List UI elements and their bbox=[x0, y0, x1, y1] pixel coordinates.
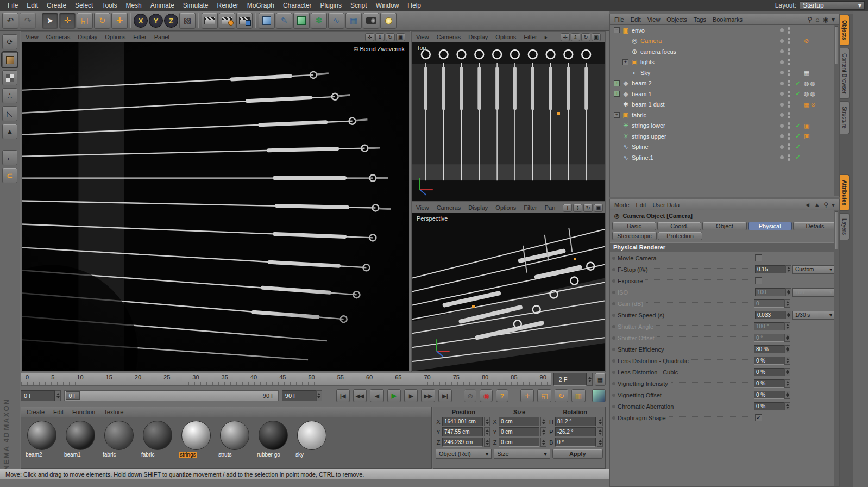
previous-key-button[interactable]: ◀◀ bbox=[353, 389, 367, 402]
menu-character[interactable]: Character bbox=[279, 1, 316, 10]
material-item[interactable]: beam1 bbox=[63, 421, 97, 458]
anim-dot[interactable] bbox=[612, 416, 615, 420]
rot-h-field[interactable]: 81.2 ° bbox=[555, 417, 596, 426]
current-frame-stepper[interactable] bbox=[55, 390, 61, 401]
go-to-end-button[interactable]: ▶| bbox=[438, 389, 452, 402]
material-thumbnail[interactable] bbox=[66, 421, 95, 450]
autokey-button[interactable]: ? bbox=[496, 389, 508, 402]
material-item[interactable]: beam2 bbox=[24, 421, 59, 458]
pos-z-field[interactable]: 246.239 cm bbox=[442, 438, 483, 447]
coord-mode-dropdown[interactable]: Object (Rel)▾ bbox=[436, 449, 492, 459]
shutter-preset-dropdown[interactable]: 1/30 s▾ bbox=[792, 311, 835, 320]
key-rotation-toggle[interactable]: ↻ bbox=[555, 389, 568, 402]
axis-mode-button[interactable]: ⌐ bbox=[2, 150, 17, 165]
move-tool-button[interactable]: ✛ bbox=[59, 13, 76, 29]
object-tags[interactable]: ⊘ bbox=[804, 38, 832, 45]
vp-menu-options[interactable]: Options bbox=[495, 204, 516, 211]
vp-maximize-icon[interactable]: ▣ bbox=[396, 33, 405, 41]
stepper[interactable] bbox=[484, 417, 490, 426]
key-position-toggle[interactable]: ✛ bbox=[520, 389, 534, 402]
anim-dot[interactable] bbox=[612, 394, 615, 397]
menu-create[interactable]: Create bbox=[42, 1, 71, 10]
next-frame-button[interactable]: ▶ bbox=[404, 389, 418, 402]
size-y-field[interactable]: 0 cm bbox=[499, 427, 539, 436]
dock-tab-structure[interactable]: Structure bbox=[840, 101, 850, 134]
stepper[interactable] bbox=[784, 357, 790, 365]
object-row-beam2[interactable]: + ◆ beam 2 ✓ ◍◍ bbox=[611, 78, 834, 89]
panel-options-icon[interactable]: ▾ bbox=[832, 201, 835, 209]
object-row-strings-lower[interactable]: ✳ strings lower ✓ ▣ bbox=[611, 121, 834, 132]
point-mode-button[interactable]: ∴ bbox=[2, 88, 17, 103]
vp-menu-filter[interactable]: Filter bbox=[524, 34, 537, 40]
vignetting-intensity-field[interactable]: 0 % bbox=[754, 379, 784, 388]
visibility-dots[interactable] bbox=[785, 70, 792, 76]
lock-z-button[interactable]: Z bbox=[164, 14, 178, 28]
om-menu-objects[interactable]: Objects bbox=[666, 16, 687, 23]
render-settings-button[interactable] bbox=[219, 13, 235, 29]
object-row-beam1[interactable]: + ◆ beam 1 ✓ ◍◍ bbox=[611, 89, 834, 99]
texture-tag-icons[interactable]: ▣ bbox=[804, 122, 832, 129]
vp-menu-view[interactable]: View bbox=[416, 204, 429, 211]
anim-dot[interactable] bbox=[612, 314, 615, 317]
material-item[interactable]: struts bbox=[217, 421, 251, 458]
vp-orbit-icon[interactable]: ↻ bbox=[581, 33, 590, 41]
iso-preset-dropdown[interactable]: 100▾ bbox=[792, 288, 835, 297]
anim-dot[interactable] bbox=[612, 348, 615, 351]
dock-tab-layers[interactable]: Layers bbox=[840, 213, 850, 240]
stepper[interactable] bbox=[785, 311, 791, 319]
menu-file[interactable]: File bbox=[3, 1, 22, 10]
object-row-sky[interactable]: ◐ Sky ▦ bbox=[611, 67, 834, 78]
rotate-tool-button[interactable]: ↻ bbox=[94, 13, 110, 29]
object-label[interactable]: strings lower bbox=[632, 122, 665, 129]
material-item[interactable]: rubber go bbox=[256, 421, 290, 458]
object-row-camera[interactable]: ◎ Camera ⊘ bbox=[611, 36, 834, 47]
tab-details[interactable]: Details bbox=[793, 222, 837, 230]
am-menu-userdata[interactable]: User Data bbox=[653, 202, 680, 208]
object-row-camera-focus[interactable]: ⊕ camera focus bbox=[611, 46, 834, 57]
stepper[interactable] bbox=[597, 438, 603, 447]
shutter-offset-field[interactable]: 0 ° bbox=[754, 334, 784, 342]
object-row-fabric[interactable]: + ▣ fabric bbox=[611, 110, 834, 121]
lock-y-button[interactable]: Y bbox=[149, 14, 163, 28]
om-menu-tags[interactable]: Tags bbox=[694, 16, 706, 23]
om-menu-edit[interactable]: Edit bbox=[631, 16, 641, 23]
shutter-speed-field[interactable]: 0.033 bbox=[755, 311, 785, 319]
menu-window[interactable]: Window bbox=[372, 1, 404, 10]
visibility-dots[interactable] bbox=[785, 27, 792, 34]
layer-dot[interactable] bbox=[780, 124, 784, 128]
mat-menu-edit[interactable]: Edit bbox=[53, 409, 64, 415]
menu-select[interactable]: Select bbox=[71, 1, 97, 10]
layer-dot[interactable] bbox=[780, 92, 784, 96]
object-label[interactable]: strings upper bbox=[632, 133, 666, 140]
object-label[interactable]: beam 2 bbox=[632, 80, 652, 86]
texture-tag-icons[interactable]: ◍◍ bbox=[804, 80, 832, 87]
polygon-mode-button[interactable]: ▲ bbox=[2, 124, 17, 139]
next-key-button[interactable]: ▶▶ bbox=[421, 389, 435, 402]
stepper[interactable] bbox=[540, 438, 546, 447]
menu-simulate[interactable]: Simulate bbox=[179, 1, 213, 10]
preview-thumbnail-button[interactable] bbox=[592, 389, 606, 402]
texture-mode-button[interactable] bbox=[2, 70, 17, 85]
material-thumbnail[interactable] bbox=[27, 421, 56, 450]
menu-mesh[interactable]: Mesh bbox=[121, 1, 146, 10]
visibility-dots[interactable] bbox=[785, 48, 792, 55]
vp-menu-options[interactable]: Options bbox=[105, 34, 125, 40]
size-mode-dropdown[interactable]: Size▾ bbox=[494, 449, 550, 459]
layer-dot[interactable] bbox=[780, 155, 784, 159]
object-tags[interactable]: ▦ bbox=[804, 69, 832, 76]
dock-tab-attributes[interactable]: Attributes bbox=[840, 174, 850, 211]
expand-toggle[interactable]: + bbox=[614, 91, 620, 97]
undo-button[interactable]: ↶ bbox=[2, 13, 18, 29]
object-label[interactable]: lights bbox=[640, 59, 655, 65]
vp-menu-pan[interactable]: Pan bbox=[545, 204, 556, 211]
mat-menu-function[interactable]: Function bbox=[72, 409, 95, 415]
om-scrollbar[interactable] bbox=[834, 25, 839, 196]
frame-offset-stepper[interactable] bbox=[587, 373, 593, 386]
add-spline-button[interactable]: ✎ bbox=[276, 13, 292, 29]
visibility-dots[interactable] bbox=[785, 91, 792, 97]
top-view-canvas[interactable]: Top bbox=[412, 42, 605, 201]
stepper[interactable] bbox=[785, 288, 791, 296]
vp-menu-display[interactable]: Display bbox=[468, 34, 488, 40]
pos-y-field[interactable]: 747.55 cm bbox=[442, 427, 483, 436]
am-scrollbar[interactable] bbox=[834, 210, 839, 486]
